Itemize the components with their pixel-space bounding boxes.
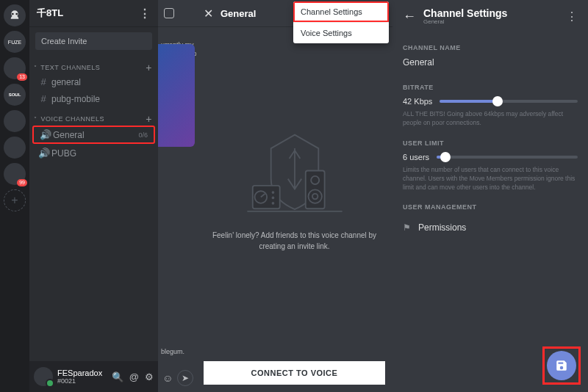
- add-channel-icon[interactable]: +: [146, 113, 152, 125]
- flag-icon: ⚑: [403, 222, 411, 233]
- bitrate-slider[interactable]: [440, 100, 578, 103]
- members-icon[interactable]: [164, 8, 174, 18]
- self-avatar[interactable]: [34, 367, 53, 386]
- label-user-limit: USER LIMIT: [403, 139, 578, 147]
- user-limit-hint: Limits the number of users that can conn…: [403, 166, 578, 192]
- self-username: FESparadox: [57, 369, 102, 377]
- channel-name-value[interactable]: General: [403, 57, 578, 68]
- create-invite-button[interactable]: Create Invite: [35, 32, 152, 50]
- server-avatar[interactable]: 99: [4, 163, 26, 185]
- media-thumbnail[interactable]: [158, 44, 195, 147]
- server-name-header[interactable]: 千8TL ⋮: [29, 0, 158, 26]
- category-label: VOICE CHANNELS: [41, 115, 105, 123]
- svg-point-4: [271, 191, 274, 194]
- chat-snippet: blegum.: [161, 348, 184, 355]
- voice-user-count: 0/6: [138, 131, 148, 139]
- speaker-icon: 🔊: [38, 148, 49, 159]
- add-server-button[interactable]: +: [4, 189, 26, 211]
- channel-name: General: [53, 130, 85, 140]
- save-icon: [555, 359, 568, 372]
- settings-gear-icon[interactable]: ⚙: [145, 371, 154, 382]
- server-avatar[interactable]: [4, 110, 26, 132]
- server-avatar[interactable]: FUZE: [4, 31, 26, 53]
- category-header-text[interactable]: ˅ TEXT CHANNELS +: [29, 62, 158, 73]
- server-avatar[interactable]: 13: [4, 57, 26, 79]
- server-badge: 99: [17, 179, 27, 186]
- bitrate-hint: ALL THE BITS! Going above 64kbps may adv…: [403, 110, 578, 128]
- server-name: 千8TL: [37, 7, 63, 20]
- channel-settings-panel: ← Channel Settings General ⋮ CHANNEL NAM…: [392, 0, 588, 392]
- emoji-icon[interactable]: ☺: [162, 372, 173, 384]
- user-limit-slider[interactable]: [437, 156, 578, 159]
- search-icon[interactable]: 🔍: [112, 371, 123, 382]
- category-label: TEXT CHANNELS: [40, 64, 100, 71]
- channel-context-menu: Channel Settings Voice Settings: [293, 1, 389, 43]
- voice-channel-pubg[interactable]: 🔊 PUBG: [32, 145, 155, 161]
- menu-item-voice-settings[interactable]: Voice Settings: [293, 22, 389, 43]
- svg-point-5: [271, 197, 274, 200]
- connect-to-voice-button[interactable]: CONNECT TO VOICE: [204, 361, 385, 385]
- label-channel-name: CHANNEL NAME: [403, 44, 578, 51]
- server-badge: 13: [17, 73, 27, 81]
- save-highlight: [542, 346, 581, 385]
- svg-point-1: [15, 13, 18, 15]
- bitrate-value: 42 Kbps: [403, 97, 432, 106]
- user-limit-value: 6 users: [403, 153, 429, 161]
- empty-state-message: Feelin' lonely? Add friends to this voic…: [209, 230, 379, 252]
- close-icon[interactable]: ✕: [204, 7, 213, 21]
- voice-channel-panel: ✕ General Channel Settings Voice Setting…: [196, 0, 392, 392]
- server-label: SOUL: [9, 92, 21, 97]
- channel-name: PUBG: [51, 148, 76, 159]
- menu-item-channel-settings[interactable]: Channel Settings: [293, 1, 389, 22]
- label-user-management: USER MANAGEMENT: [403, 203, 578, 211]
- svg-point-0: [12, 13, 14, 15]
- empty-voice-illustration: [240, 131, 350, 219]
- permissions-label: Permissions: [418, 222, 466, 233]
- text-channel-general[interactable]: # general: [32, 74, 155, 90]
- server-rail: FUZE 13 SOUL 99 +: [0, 0, 29, 392]
- settings-title: Channel Settings: [423, 8, 507, 18]
- server-avatar[interactable]: SOUL: [4, 84, 26, 106]
- voice-channel-general[interactable]: 🔊 General 0/6: [32, 126, 155, 144]
- channel-list-panel: 千8TL ⋮ Create Invite ˅ TEXT CHANNELS + #…: [29, 0, 158, 392]
- channel-name: pubg-mobile: [51, 94, 100, 104]
- back-icon[interactable]: ←: [403, 9, 416, 24]
- hash-icon: #: [38, 93, 49, 104]
- hash-icon: #: [38, 76, 49, 87]
- label-bitrate: BITRATE: [403, 84, 578, 91]
- channel-name: general: [51, 77, 81, 87]
- server-menu-icon[interactable]: ⋮: [139, 7, 151, 21]
- save-button[interactable]: [547, 351, 576, 380]
- chat-sliver: urrently my First y video's blegum. ☺ ➤: [158, 0, 196, 392]
- text-channel-pubg-mobile[interactable]: # pubg-mobile: [32, 91, 155, 106]
- voice-channel-title: General: [220, 8, 256, 19]
- category-header-voice[interactable]: ˅ VOICE CHANNELS +: [29, 113, 158, 125]
- add-channel-icon[interactable]: +: [146, 62, 152, 73]
- svg-point-6: [271, 202, 274, 205]
- chevron-down-icon: ˅: [34, 116, 37, 123]
- self-discriminator: #0021: [57, 377, 102, 385]
- server-label: FUZE: [8, 40, 21, 45]
- chevron-down-icon: ˅: [34, 65, 37, 71]
- server-avatar[interactable]: [4, 137, 26, 159]
- self-user-bar: FESparadox #0021 🔍 @ ⚙: [29, 361, 158, 392]
- mentions-icon[interactable]: @: [129, 371, 139, 382]
- speaker-icon: 🔊: [40, 129, 50, 140]
- home-button[interactable]: [4, 4, 26, 26]
- permissions-row[interactable]: ⚑ Permissions: [403, 217, 578, 239]
- more-icon[interactable]: ⋮: [566, 10, 578, 23]
- settings-subtitle: General: [423, 18, 507, 25]
- send-button[interactable]: ➤: [177, 370, 193, 386]
